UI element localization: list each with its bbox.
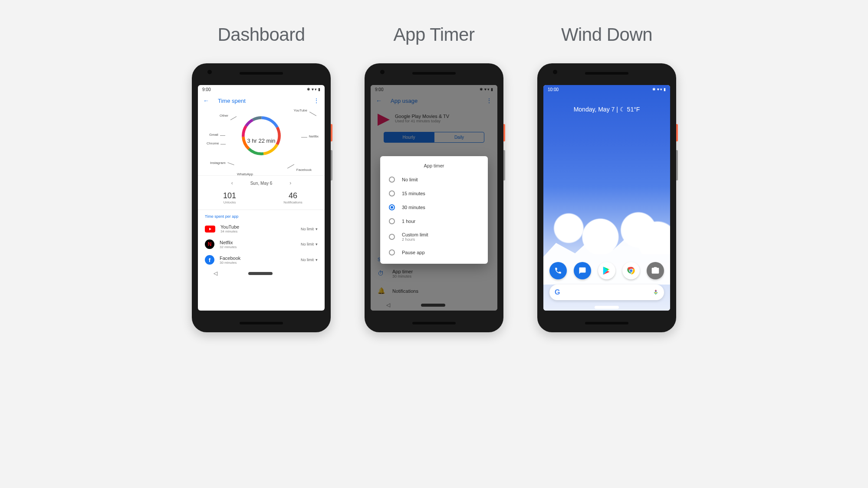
date-selector: ‹ Sun, May 6 › [198, 175, 325, 189]
radio-icon [389, 218, 395, 224]
radio-icon [389, 249, 395, 255]
donut-label-other: Other [220, 114, 228, 118]
donut-label-gmail: Gmail [209, 133, 218, 137]
radio-30-min[interactable]: 30 minutes [380, 200, 488, 214]
nav-bar [543, 306, 670, 309]
donut-label-netflix: Netflix [309, 134, 319, 138]
phone-frame-3: 10:00 ✱ ♥ ▾ ▮ Monday, May 7 | ☾ 51°F [537, 63, 676, 332]
title-apptimer: App Timer [394, 24, 475, 45]
limit-dropdown[interactable]: No limit ▾ [301, 227, 318, 231]
nav-bar: ◁ [198, 268, 325, 279]
chrome-app-icon[interactable] [622, 262, 640, 279]
app-bar: ← Time spent ⋮ [198, 94, 325, 108]
prev-day-icon[interactable]: ‹ [231, 180, 233, 186]
app-timer-dialog: App timer No limit 15 minutes 30 minutes [380, 156, 488, 264]
title-winddown: Wind Down [561, 24, 652, 45]
nav-back-icon[interactable]: ◁ [214, 270, 217, 276]
phone-app-icon[interactable] [549, 262, 567, 279]
phone-frame-2: 9:00 ✱ ♥ ▾ ▮ ← App usage ⋮ Google Play M… [365, 63, 503, 332]
nav-home-icon[interactable] [595, 306, 619, 309]
home-screen[interactable]: 10:00 ✱ ♥ ▾ ▮ Monday, May 7 | ☾ 51°F [543, 85, 670, 311]
radio-icon [389, 177, 395, 183]
radio-custom[interactable]: Custom limit 2 hours [380, 228, 488, 246]
back-icon[interactable]: ← [203, 97, 209, 104]
messages-app-icon[interactable] [574, 262, 591, 279]
section-header: Time spent per app [198, 210, 325, 221]
nav-home-icon[interactable] [248, 272, 273, 275]
status-bar: 9:00 ✱ ♥ ▾ ▮ [198, 85, 325, 94]
status-bar: 10:00 ✱ ♥ ▾ ▮ [543, 85, 670, 94]
donut-label-instagram: Instagram [210, 161, 226, 165]
app-row-netflix[interactable]: Netflix 32 minutes No limit ▾ [198, 236, 325, 252]
donut-label-chrome: Chrome [207, 141, 219, 145]
donut-label-youtube: YouTube [294, 108, 307, 112]
column-apptimer: App Timer 9:00 ✱ ♥ ▾ ▮ ← App usage ⋮ [358, 24, 510, 332]
dock [543, 262, 670, 279]
donut-label-whatsapp: WhatsApp [237, 172, 253, 176]
radio-1-hour[interactable]: 1 hour [380, 214, 488, 228]
dialog-title: App timer [380, 163, 488, 173]
status-time: 9:00 [202, 87, 210, 92]
stat-unlocks[interactable]: 101 Unlocks [198, 191, 261, 204]
radio-15-min[interactable]: 15 minutes [380, 187, 488, 200]
app-row-youtube[interactable]: YouTube 34 minutes No limit ▾ [198, 221, 325, 236]
radio-pause[interactable]: Pause app [380, 246, 488, 259]
youtube-icon [205, 226, 215, 233]
mic-icon[interactable] [653, 288, 659, 296]
camera-app-icon[interactable] [647, 262, 664, 279]
google-logo-icon: G [555, 288, 560, 296]
radio-icon [389, 204, 395, 210]
search-bar[interactable]: G [549, 285, 664, 300]
netflix-icon [205, 239, 214, 249]
app-bar-title: Time spent [218, 98, 246, 104]
date-weather[interactable]: Monday, May 7 | ☾ 51°F [543, 94, 670, 113]
next-day-icon[interactable]: › [289, 180, 291, 186]
app-row-facebook[interactable]: Facebook 30 minutes No limit ▾ [198, 252, 325, 268]
limit-dropdown[interactable]: No limit ▾ [301, 242, 318, 246]
status-time: 10:00 [548, 87, 559, 92]
donut-total: 3 hr 22 min [247, 138, 275, 144]
phone-frame-1: 9:00 ✱ ♥ ▾ ▮ ← Time spent ⋮ [192, 63, 331, 332]
date-label: Sun, May 6 [250, 181, 273, 186]
facebook-icon [205, 255, 214, 265]
title-dashboard: Dashboard [218, 24, 305, 45]
play-store-icon[interactable] [598, 262, 615, 279]
column-dashboard: Dashboard 9:00 ✱ ♥ ▾ ▮ ← Time spent ⋮ [185, 24, 337, 332]
radio-no-limit[interactable]: No limit [380, 173, 488, 187]
radio-icon [389, 190, 395, 197]
status-icons: ✱ ♥ ▾ ▮ [307, 87, 320, 92]
donut-label-facebook: Facebook [296, 168, 312, 172]
stat-notifications[interactable]: 46 Notifications [261, 191, 325, 204]
more-icon[interactable]: ⋮ [313, 100, 319, 102]
status-icons: ✱ ♥ ▾ ▮ [652, 87, 666, 92]
donut-chart: 3 hr 22 min YouTube Netflix Facebook Wha… [198, 108, 325, 175]
limit-dropdown[interactable]: No limit ▾ [301, 258, 318, 262]
radio-icon [389, 234, 395, 240]
column-winddown: Wind Down 10:00 ✱ ♥ ▾ ▮ Monday, May 7 | … [531, 24, 683, 332]
